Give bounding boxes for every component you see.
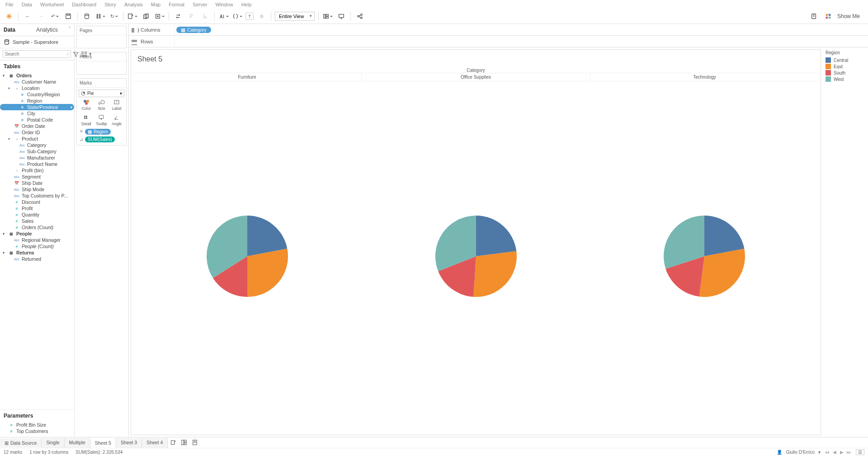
mark-tooltip[interactable]: Tooltip [94, 113, 109, 128]
sheet-tab-multiple[interactable]: Multiple [65, 438, 90, 448]
field-profit-bin[interactable]: ⫶Profit (bin) [0, 167, 74, 174]
field-location[interactable]: ▾⬦Location [0, 85, 74, 91]
mark-label[interactable]: TLabel [109, 97, 124, 113]
field-subcategory[interactable]: AbcSub-Category [0, 148, 74, 155]
sort-asc-button[interactable] [186, 11, 197, 22]
field-country[interactable]: ⊕Country/Region [0, 91, 74, 98]
field-top-customers[interactable]: AbcTop Customers by P... [0, 193, 74, 199]
category-label[interactable]: Technology [590, 73, 819, 81]
field-quantity[interactable]: #Quantity [0, 212, 74, 218]
save-button[interactable] [63, 11, 74, 22]
field-product[interactable]: ▾⬦Product [0, 136, 74, 142]
new-dashboard-tab[interactable] [179, 439, 189, 447]
tab-data-source[interactable]: ⊞Data Source [0, 438, 42, 447]
menu-server[interactable]: Server [193, 2, 207, 7]
back-button[interactable]: ← [22, 11, 33, 22]
show-me-button[interactable]: Show Me [837, 13, 860, 19]
field-city[interactable]: ⊕City [0, 110, 74, 117]
field-product-name[interactable]: AbcProduct Name [0, 161, 74, 167]
table-returns[interactable]: ▾▦Returns [0, 249, 74, 256]
new-data-button[interactable] [81, 11, 92, 22]
category-label[interactable]: Office Supplies [361, 73, 590, 81]
group-button[interactable] [232, 11, 243, 22]
field-orders-count[interactable]: #Orders (Count) [0, 224, 74, 230]
collapse-pane-button[interactable]: ‹ [65, 24, 74, 36]
menu-window[interactable]: Window [216, 2, 233, 7]
field-order-id[interactable]: AbcOrder ID [0, 129, 74, 136]
menu-format[interactable]: Format [169, 2, 184, 7]
field-customer-name[interactable]: AbcCustomer Name [0, 79, 74, 85]
swap-button[interactable] [173, 11, 184, 22]
new-worksheet-button[interactable] [127, 11, 138, 22]
presentation-button[interactable] [336, 11, 347, 22]
columns-pill-category[interactable]: ▦Category [176, 27, 211, 33]
mark-detail[interactable]: Detail [79, 113, 94, 128]
table-people[interactable]: ▾▦People [0, 230, 74, 237]
pie-furniture[interactable] [133, 81, 362, 431]
share-button[interactable] [354, 11, 365, 22]
forward-button[interactable]: → [36, 11, 47, 22]
pages-shelf[interactable] [77, 35, 126, 48]
highlight-button[interactable] [218, 11, 229, 22]
text-button[interactable]: T [245, 13, 254, 20]
user-dropdown-icon[interactable]: ▾ [818, 450, 821, 455]
pin-button[interactable]: ☆ [256, 11, 267, 22]
undo-button[interactable]: ↶ [49, 11, 60, 22]
mark-size[interactable]: Size [94, 97, 109, 113]
guide-icon[interactable] [808, 11, 819, 22]
sheet-tab-single[interactable]: Single [42, 438, 64, 448]
field-state[interactable]: ⊕State/Province▾ [0, 104, 74, 110]
legend-item-central[interactable]: Central [826, 57, 865, 63]
menu-data[interactable]: Data [22, 2, 32, 7]
sort-desc-button[interactable] [200, 11, 211, 22]
pause-updates-button[interactable] [95, 11, 106, 22]
mark-color[interactable]: Color [79, 97, 94, 113]
mark-type-dropdown[interactable]: Pie ▾ [79, 89, 124, 97]
refresh-button[interactable]: ↻ [108, 11, 119, 22]
viz-canvas[interactable]: Sheet 5 Category FurnitureOffice Supplie… [131, 49, 821, 435]
nav-last[interactable]: ⏭ [846, 450, 852, 455]
sheet-tab-sheet-3[interactable]: Sheet 3 [116, 438, 142, 448]
field-ship-mode[interactable]: AbcShip Mode [0, 186, 74, 193]
sheet-title[interactable]: Sheet 5 [133, 53, 819, 68]
pill-region[interactable]: ▦Region [85, 129, 111, 135]
menu-file[interactable]: File [5, 2, 14, 7]
columns-shelf[interactable]: Columns ▦Category [129, 24, 868, 36]
field-sales[interactable]: #Sales [0, 218, 74, 224]
tab-analytics[interactable]: Analytics [33, 24, 65, 36]
field-returned[interactable]: AbcReturned [0, 256, 74, 262]
param-profit-bin-size[interactable]: #Profit Bin Size [0, 422, 74, 428]
field-order-date[interactable]: 📅Order Date [0, 123, 74, 129]
pill-sum-sales[interactable]: SUM(Sales) [85, 136, 115, 142]
legend-item-west[interactable]: West [826, 76, 865, 82]
field-postal[interactable]: ⊕Postal Code [0, 117, 74, 123]
menu-dashboard[interactable]: Dashboard [72, 2, 96, 7]
field-profit[interactable]: #Profit [0, 205, 74, 212]
tab-data[interactable]: Data [0, 24, 33, 36]
field-people-count[interactable]: #People (Count) [0, 243, 74, 249]
menu-help[interactable]: Help [241, 2, 252, 7]
legend-item-south[interactable]: South [826, 70, 865, 76]
duplicate-button[interactable] [141, 11, 151, 22]
param-top-customers[interactable]: #Top Customers [0, 428, 74, 434]
datasource-item[interactable]: Sample - Superstore [0, 36, 74, 48]
menu-analysis[interactable]: Analysis [124, 2, 143, 7]
field-discount[interactable]: #Discount [0, 199, 74, 205]
mark-angle[interactable]: Angle [109, 113, 124, 128]
category-label[interactable]: Furniture [133, 73, 361, 81]
show-hide-cards-button[interactable] [322, 11, 333, 22]
sheet-tab-sheet-4[interactable]: Sheet 4 [142, 438, 168, 448]
field-region[interactable]: ⊕Region [0, 98, 74, 104]
menu-map[interactable]: Map [151, 2, 160, 7]
pie-office-supplies[interactable] [362, 81, 590, 431]
field-manufacturer[interactable]: AbcManufacturer [0, 155, 74, 161]
new-worksheet-tab[interactable] [168, 439, 179, 447]
nav-first[interactable]: ⏮ [824, 450, 830, 455]
rows-shelf[interactable]: Rows [129, 36, 868, 47]
legend-item-east[interactable]: East [826, 63, 865, 70]
filters-shelf[interactable] [77, 61, 126, 74]
menu-worksheet[interactable]: Worksheet [40, 2, 64, 7]
new-story-tab[interactable] [189, 439, 200, 447]
field-segment[interactable]: AbcSegment [0, 174, 74, 180]
field-regional-manager[interactable]: AbcRegional Manager [0, 237, 74, 243]
